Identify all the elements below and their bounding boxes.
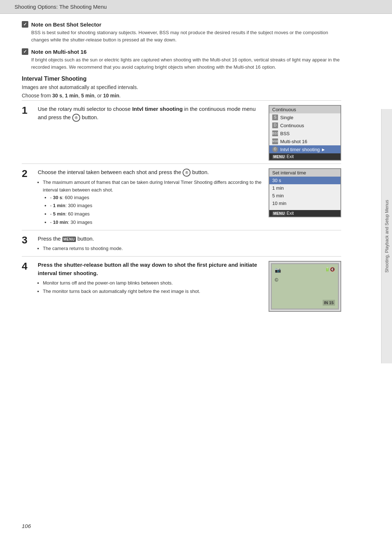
step-1-content: Use the rotary multi selector to choose …: [38, 105, 341, 161]
step-1-menu-header: Continuous: [269, 106, 340, 113]
page-number: 106: [22, 523, 31, 529]
step-2-menu-exit: Exit: [286, 211, 294, 216]
section-desc1: Images are shot automatically at specifi…: [22, 84, 341, 91]
camera-display: 📷 🔋🔇 © IN 15: [269, 261, 341, 312]
step-2: 2 Choose the interval taken between each…: [22, 164, 341, 227]
menu-item-multishot: M16 Multi-shot 16: [269, 137, 340, 145]
note-bss-title: ✓ Note on Best Shot Selector: [22, 21, 341, 28]
step-1-number: 1: [22, 105, 32, 116]
step-2-text: Choose the interval taken between each s…: [38, 168, 263, 177]
camera-screen: 📷 🔋🔇 © IN 15: [271, 263, 339, 310]
step-4-text: Press the shutter-release button all the…: [38, 261, 263, 277]
note-multishot: ✓ Note on Multi-shot 16 If bright object…: [22, 48, 341, 70]
note-bss-text: BSS is best suited for shooting stationa…: [31, 29, 341, 43]
menu-item-bss-label: BSS: [280, 131, 290, 136]
menu-item-bss: BSS BSS: [269, 129, 340, 137]
header-title: Shooting Options: The Shooting Menu: [15, 4, 107, 10]
step-4-content: Press the shutter-release button all the…: [38, 261, 341, 312]
ok-button-step1: ®: [72, 114, 80, 122]
step-3-content: Press the MENU button. The camera return…: [38, 235, 341, 253]
menu-item-multishot-label: Multi-shot 16: [280, 139, 307, 144]
ok-button-step2: ®: [183, 169, 191, 177]
step-2-text-area: Choose the interval taken between each s…: [38, 168, 263, 227]
step-4-bullets: Monitor turns off and the power-on lamp …: [43, 279, 263, 295]
camera-timer-icon: ©: [275, 277, 278, 283]
section-desc2: Choose from 30 s, 1 min, 5 min, or 10 mi…: [22, 92, 341, 100]
page-header: Shooting Options: The Shooting Menu: [0, 0, 392, 14]
continuous-icon: D: [272, 122, 278, 128]
step-2-menu-footer: MENU Exit: [269, 210, 340, 217]
step-2-sub-1min: 1 min: 300 images: [50, 202, 263, 210]
step-2-bullets: The maximum amount of frames that can be…: [43, 179, 263, 226]
step-4-number: 4: [22, 261, 32, 272]
menu-item-single-label: Single: [280, 115, 293, 120]
intvl-arrow: ▶: [322, 148, 325, 152]
step-1-menu-footer: MENU Exit: [269, 153, 340, 160]
step-2-sub-30s: 30 s: 600 images: [50, 194, 263, 202]
step-4-bullet-1: Monitor turns off and the power-on lamp …: [43, 279, 263, 287]
menu-item-intvl: © Intvl timer shooting ▶: [269, 145, 340, 153]
menu-item-single: S Single: [269, 113, 340, 121]
step-3: 3 Press the MENU button. The camera retu…: [22, 230, 341, 253]
interval-item-1min: 1 min: [269, 184, 340, 192]
menu-word-step3: MENU: [62, 237, 76, 242]
step-2-sub-10min: 10 min: 30 images: [50, 219, 263, 226]
step-3-bullets: The camera returns to shooting mode.: [43, 245, 341, 253]
note-bss: ✓ Note on Best Shot Selector BSS is best…: [22, 21, 341, 43]
step-2-sub-5min: 5 min: 60 images: [50, 210, 263, 218]
section-title: Interval Timer Shooting: [22, 76, 341, 82]
step-1-menu-exit: Exit: [286, 154, 294, 159]
step-4-text-area: Press the shutter-release button all the…: [38, 261, 263, 296]
step-4-bullet-2: The monitor turns back on automatically …: [43, 288, 263, 295]
step-1-menu: Continuous S Single D Continuous BSS BSS…: [269, 105, 341, 161]
step-3-text: Press the MENU button.: [38, 235, 341, 243]
step-3-number: 3: [22, 235, 32, 246]
note-multishot-title: ✓ Note on Multi-shot 16: [22, 48, 341, 55]
interval-item-5min: 5 min: [269, 192, 340, 200]
bss-icon: BSS: [272, 130, 278, 136]
step-2-bullet-1: The maximum amount of frames that can be…: [43, 179, 263, 226]
menu-item-intvl-label: Intvl timer shooting: [280, 147, 320, 152]
menu-item-continuous-label: Continuous: [280, 123, 304, 128]
menu-word-2: MENU: [272, 211, 286, 215]
interval-item-30s: 30 s: [269, 177, 340, 184]
check-icon-bss: ✓: [22, 21, 28, 28]
sidebar-label: Shooting, Playback and Setup Menus: [384, 200, 389, 273]
multishot-icon: M16: [272, 138, 278, 144]
step-2-number: 2: [22, 168, 32, 180]
step-1: 1 Use the rotary multi selector to choos…: [22, 100, 341, 161]
sidebar: Shooting, Playback and Setup Menus: [381, 109, 392, 363]
intvl-icon: ©: [272, 146, 278, 152]
single-icon: S: [272, 114, 278, 120]
camera-top-right-icon: 🔋🔇: [325, 267, 335, 272]
step-1-text: Use the rotary multi selector to choose …: [38, 105, 263, 124]
check-icon-multishot: ✓: [22, 48, 28, 55]
camera-frame-count: IN 15: [323, 300, 335, 306]
menu-word-1: MENU: [272, 155, 286, 159]
camera-top-left-icon: 📷: [275, 267, 281, 273]
interval-item-10min: 10 min: [269, 200, 340, 207]
menu-item-continuous: D Continuous: [269, 121, 340, 129]
step-4: 4 Press the shutter-release button all t…: [22, 256, 341, 312]
step-2-sub-bullets: 30 s: 600 images 1 min: 300 images 5 min…: [50, 194, 263, 226]
step-2-menu: Set interval time 30 s 1 min 5 min 10 mi…: [269, 168, 341, 217]
step-2-menu-header: Set interval time: [269, 169, 340, 177]
step-2-content: Choose the interval taken between each s…: [38, 168, 341, 227]
step-3-bullet-1: The camera returns to shooting mode.: [43, 245, 341, 253]
note-multishot-text: If bright objects such as the sun or ele…: [31, 56, 341, 70]
